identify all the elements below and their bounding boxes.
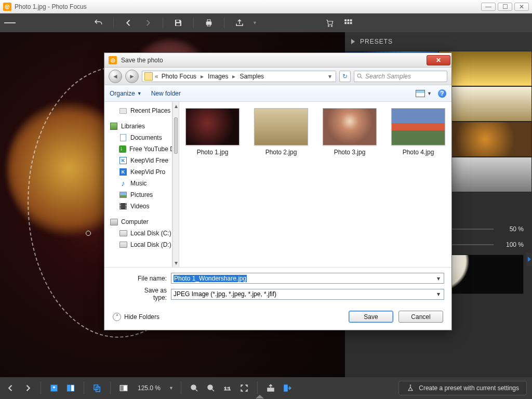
svg-point-14 [53, 386, 56, 389]
close-button[interactable]: ✕ [514, 3, 529, 11]
breadcrumb-item[interactable]: Photo Focus [158, 73, 200, 80]
focus-point-marker[interactable] [86, 231, 91, 236]
share-icon[interactable] [234, 17, 245, 29]
chevron-up-icon: ˄ [113, 313, 121, 321]
refresh-button[interactable]: ↻ [339, 71, 351, 82]
presets-header[interactable]: PRESETS [345, 32, 532, 51]
new-folder-button[interactable]: New folder [151, 90, 181, 97]
save-button[interactable]: Save [349, 311, 393, 323]
file-thumbnail [391, 108, 445, 145]
help-icon[interactable]: ? [438, 89, 446, 98]
copy-icon[interactable] [91, 382, 103, 394]
zoom-value: 125.0 % [138, 384, 161, 392]
dialog-title: Save the photo [121, 57, 427, 64]
bottom-panel-grip[interactable] [249, 395, 270, 399]
tree-free-youtube[interactable]: Free YouTube Down [110, 143, 172, 155]
compare-split-icon[interactable] [65, 382, 76, 394]
nav-forward-button[interactable]: ► [125, 70, 139, 83]
tree-keepvid-free[interactable]: KKeepVid Free [110, 155, 172, 166]
file-list[interactable]: Photo 1.jpg Photo 2.jpg Photo 3.jpg Phot… [179, 102, 451, 267]
cart-icon[interactable] [324, 17, 335, 29]
svg-rect-4 [207, 24, 210, 26]
tree-music[interactable]: ♪Music [110, 178, 172, 189]
export-right-icon[interactable] [282, 382, 293, 394]
preset-thumb[interactable] [438, 51, 532, 86]
app-title: Photo 1.jpg - Photo Focus [15, 3, 481, 10]
file-thumbnail [185, 108, 240, 145]
forward-icon[interactable] [142, 17, 153, 29]
view-icon [416, 90, 425, 97]
breadcrumb-item[interactable]: Images [205, 73, 231, 80]
zoom-in-icon[interactable] [205, 382, 217, 394]
search-placeholder: Search Samples [365, 73, 411, 80]
svg-rect-1 [176, 23, 180, 26]
preset-thumb[interactable] [438, 86, 532, 122]
svg-text:1:1: 1:1 [224, 386, 231, 391]
svg-point-26 [357, 74, 361, 77]
file-item[interactable]: Photo 3.jpg [321, 108, 379, 156]
panel-collapse-tab[interactable] [526, 252, 532, 266]
view-menu[interactable]: ▼ [416, 90, 432, 97]
hide-folders-button[interactable]: ˄ Hide Folders [113, 313, 159, 321]
back-icon[interactable] [123, 17, 135, 29]
fit-screen-icon[interactable] [238, 382, 250, 394]
minimize-button[interactable]: ― [481, 3, 496, 11]
search-input[interactable]: Search Samples [354, 71, 447, 82]
menu-icon[interactable] [4, 17, 16, 29]
chevron-down-icon[interactable]: ▾ [434, 290, 443, 298]
cancel-button[interactable]: Cancel [398, 311, 443, 323]
tree-documents[interactable]: Documents [110, 132, 172, 143]
next-photo-icon[interactable] [22, 382, 33, 394]
save-icon[interactable] [172, 17, 184, 29]
saveas-select[interactable]: JPEG Image (*.jpg, *.jpeg, *.jpe, *.jfif… [171, 289, 444, 300]
nav-back-button[interactable]: ◄ [109, 70, 122, 83]
svg-rect-20 [120, 385, 124, 391]
expand-icon [351, 39, 355, 44]
svg-rect-24 [268, 388, 274, 391]
maximize-button[interactable]: ☐ [498, 3, 512, 11]
undo-icon[interactable] [92, 17, 104, 29]
grid-icon[interactable] [342, 17, 354, 29]
breadcrumb-bar[interactable]: « Photo Focus ▸ Images ▸ Samples ▾ [142, 71, 336, 82]
tree-recent-places[interactable]: Recent Places [110, 105, 172, 116]
preset-thumb[interactable] [438, 157, 532, 192]
app-logo-icon: ◎ [3, 3, 11, 11]
zoom-out-icon[interactable] [189, 382, 200, 394]
prev-photo-icon[interactable] [5, 382, 17, 394]
tree-keepvid-pro[interactable]: KKeepVid Pro [110, 166, 172, 178]
tree-disk-c[interactable]: Local Disk (C:) [110, 228, 172, 239]
tree-pictures[interactable]: Pictures [110, 189, 172, 201]
breadcrumb-item[interactable]: Samples [236, 73, 267, 80]
svg-rect-25 [284, 385, 287, 391]
chevron-down-icon[interactable]: ▾ [434, 274, 443, 282]
fit-1to1-icon[interactable]: 1:1 [222, 382, 233, 394]
frame-icon[interactable] [118, 382, 129, 394]
dialog-fields: File name: Photo 1_Wondershare.jpg ▾ Sav… [104, 267, 451, 304]
tree-disk-d[interactable]: Local Disk (D:) [110, 239, 172, 250]
file-item[interactable]: Photo 4.jpg [389, 108, 447, 156]
tree-computer[interactable]: Computer [110, 216, 172, 228]
chevron-right-icon: ▸ [231, 73, 236, 80]
filename-input[interactable]: Photo 1_Wondershare.jpg ▾ [171, 273, 444, 284]
organize-menu[interactable]: Organize▼ [110, 90, 142, 97]
file-item[interactable]: Photo 1.jpg [183, 108, 242, 156]
flask-icon [406, 384, 415, 392]
create-preset-button[interactable]: Create a preset with current settings [398, 381, 527, 395]
export-up-icon[interactable] [265, 382, 276, 394]
file-item[interactable]: Photo 2.jpg [252, 108, 310, 156]
print-icon[interactable] [203, 17, 215, 29]
folder-icon [144, 72, 153, 81]
breadcrumb-dropdown-icon[interactable]: ▾ [326, 73, 334, 80]
file-name-label: Photo 3.jpg [321, 149, 379, 156]
compare-single-icon[interactable] [48, 382, 60, 394]
zoom-dropdown-icon[interactable]: ▼ [169, 385, 174, 391]
tree-libraries[interactable]: Libraries [110, 121, 172, 132]
tree-videos[interactable]: Videos [110, 201, 172, 212]
preset-thumb[interactable] [438, 122, 532, 157]
tree-scrollbar[interactable]: ▴▾ [172, 102, 179, 267]
folder-tree: Recent Places Libraries Documents Free Y… [104, 102, 172, 267]
svg-rect-12 [350, 22, 352, 24]
bottom-toolbar: 125.0 % ▼ 1:1 Create a preset with curre… [0, 377, 532, 399]
svg-rect-16 [71, 385, 74, 391]
dialog-close-button[interactable]: ✕ [427, 55, 450, 65]
